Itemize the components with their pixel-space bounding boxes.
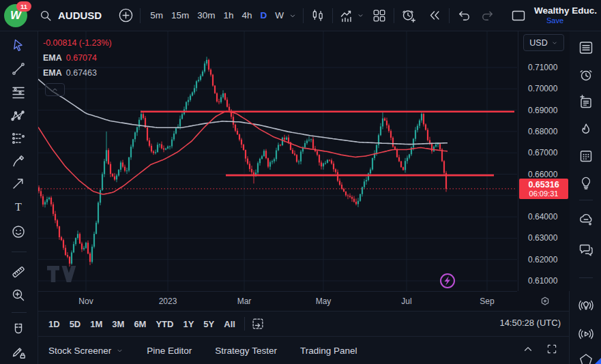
time-tick-May: May	[316, 297, 332, 306]
emoji-icon[interactable]	[9, 222, 28, 241]
watchlist-icon[interactable]	[576, 38, 596, 57]
time-axis[interactable]: Nov2023MarMayJulSep	[38, 291, 517, 312]
range-1y[interactable]: 1Y	[178, 316, 199, 332]
shapes-icon[interactable]	[576, 350, 596, 364]
text-icon[interactable]: T	[9, 197, 28, 216]
chats-icon[interactable]	[576, 240, 596, 259]
ema2-label: EMA	[43, 68, 62, 78]
redo-icon[interactable]	[478, 7, 496, 25]
projection-icon[interactable]	[9, 129, 28, 148]
range-6m[interactable]: 6M	[129, 316, 151, 332]
compare-add-icon[interactable]	[117, 7, 134, 25]
indicators-chevron-icon[interactable]	[356, 11, 365, 20]
range-ytd[interactable]: YTD	[151, 316, 178, 332]
axis-settings-icon[interactable]	[540, 296, 551, 307]
top-toolbar: W 11 AUDUSD 5m15m30m1h4hDW	[0, 0, 601, 31]
price-tick-0.70000: 0.70000	[528, 84, 557, 93]
panel-maximize-icon[interactable]	[544, 342, 559, 357]
tab-label: Strategy Tester	[215, 346, 277, 356]
account-menu[interactable]: Wealthy Educ. Save	[534, 5, 597, 25]
time-tick-Sep: Sep	[480, 297, 494, 306]
alerts-icon[interactable]	[576, 65, 596, 85]
interval-chevron-icon[interactable]	[288, 11, 297, 20]
separator	[244, 317, 245, 331]
hotlists-icon[interactable]	[576, 120, 596, 139]
layout-grid-icon[interactable]	[370, 7, 388, 25]
tab-strategy-tester[interactable]: Strategy Tester	[215, 346, 277, 356]
ema2-value: 0.67463	[66, 68, 97, 78]
tab-trading-panel[interactable]: Trading Panel	[300, 346, 357, 356]
fullscreen-rect-icon[interactable]	[510, 7, 527, 25]
interval-d[interactable]: D	[256, 7, 272, 23]
app-logo[interactable]: W 11	[4, 4, 27, 27]
interval-30m[interactable]: 30m	[193, 7, 219, 23]
calendar-icon[interactable]	[576, 147, 596, 166]
chart-style-candles-icon[interactable]	[309, 7, 327, 25]
tab-stock-screener[interactable]: Stock Screener	[48, 346, 123, 356]
price-tick-0.68000: 0.68000	[528, 127, 557, 136]
range-buttons: 1D5D1M3M6MYTD1Y5YAll	[44, 316, 240, 332]
streams-icon[interactable]	[576, 296, 596, 315]
last-price-value: 0.65316	[519, 180, 568, 189]
save-button[interactable]: Save	[546, 16, 597, 25]
range-all[interactable]: All	[219, 316, 240, 332]
fib-retracement-icon[interactable]	[9, 83, 28, 102]
interval-15m[interactable]: 15m	[167, 7, 193, 23]
chart-canvas[interactable]: -0.00814 (-1.23%) EMA 0.67074 EMA 0.6746…	[38, 31, 517, 291]
price-axis[interactable]: USD 0.65316 06:09:31 0.710000.700000.690…	[518, 31, 570, 291]
alert-plus-icon[interactable]	[400, 7, 417, 25]
chart-pane: -0.00814 (-1.23%) EMA 0.67074 EMA 0.6746…	[38, 31, 569, 364]
legend-collapse-button[interactable]	[45, 83, 65, 96]
live-icon[interactable]	[576, 324, 596, 344]
toolbar-divider	[12, 312, 27, 313]
panel-expand-chevron-icon[interactable]	[521, 342, 536, 357]
interval-1h[interactable]: 1h	[219, 7, 237, 23]
tradingview-watermark	[47, 266, 76, 282]
separator	[449, 8, 450, 23]
ema1-value: 0.67074	[66, 53, 97, 63]
lock-drawing-icon[interactable]	[9, 342, 28, 361]
interval-buttons: 5m15m30m1h4hDW	[146, 7, 288, 23]
undo-icon[interactable]	[455, 7, 473, 25]
legend-ema1-row[interactable]: EMA 0.67074	[43, 50, 112, 65]
range-1m[interactable]: 1M	[85, 316, 107, 332]
time-tick-Mar: Mar	[237, 297, 252, 306]
brush-icon[interactable]	[9, 151, 28, 170]
price-tick-0.64000: 0.64000	[528, 212, 557, 222]
range-5y[interactable]: 5Y	[199, 316, 219, 332]
clock-utc[interactable]: 14:50:28 (UTC)	[499, 318, 561, 328]
magnet-icon[interactable]	[9, 320, 28, 339]
zoom-in-icon[interactable]	[9, 286, 28, 305]
symbol-search-button[interactable]: AUDUSD	[58, 10, 102, 21]
arrow-marker-icon[interactable]	[9, 174, 28, 193]
bar-countdown: 06:09:31	[519, 189, 568, 198]
range-3m[interactable]: 3M	[107, 316, 129, 332]
cursor-icon[interactable]	[9, 35, 28, 55]
bottom-panel-controls	[521, 342, 559, 357]
news-icon[interactable]	[576, 93, 596, 112]
interval-5m[interactable]: 5m	[146, 7, 167, 23]
tab-pine-editor[interactable]: Pine Editor	[147, 346, 192, 356]
xabcd-pattern-icon[interactable]	[9, 106, 28, 125]
legend-change-row[interactable]: -0.00814 (-1.23%)	[43, 35, 112, 50]
go-to-date-icon[interactable]	[249, 315, 267, 333]
indicators-icon[interactable]	[338, 7, 356, 25]
interval-w[interactable]: W	[271, 7, 288, 23]
interval-4h[interactable]: 4h	[238, 7, 256, 23]
separator	[332, 8, 333, 23]
chat-cloud-icon[interactable]	[576, 210, 596, 229]
separator	[394, 8, 394, 23]
tab-label: Pine Editor	[147, 346, 192, 356]
range-5d[interactable]: 5D	[65, 316, 86, 332]
ruler-icon[interactable]	[9, 262, 28, 282]
search-icon[interactable]	[37, 7, 55, 25]
legend-ema2-row[interactable]: EMA 0.67463	[43, 65, 112, 80]
trend-line-icon[interactable]	[9, 59, 28, 78]
ideas-icon[interactable]	[576, 173, 596, 192]
bottom-panel-tabs: Stock ScreenerPine EditorStrategy Tester…	[38, 336, 569, 364]
bar-replay-icon[interactable]	[426, 7, 443, 25]
range-1d[interactable]: 1D	[44, 316, 65, 332]
tab-label: Trading Panel	[300, 346, 357, 356]
currency-toggle-button[interactable]: USD	[523, 34, 564, 51]
price-tick-0.63000: 0.63000	[528, 233, 557, 243]
